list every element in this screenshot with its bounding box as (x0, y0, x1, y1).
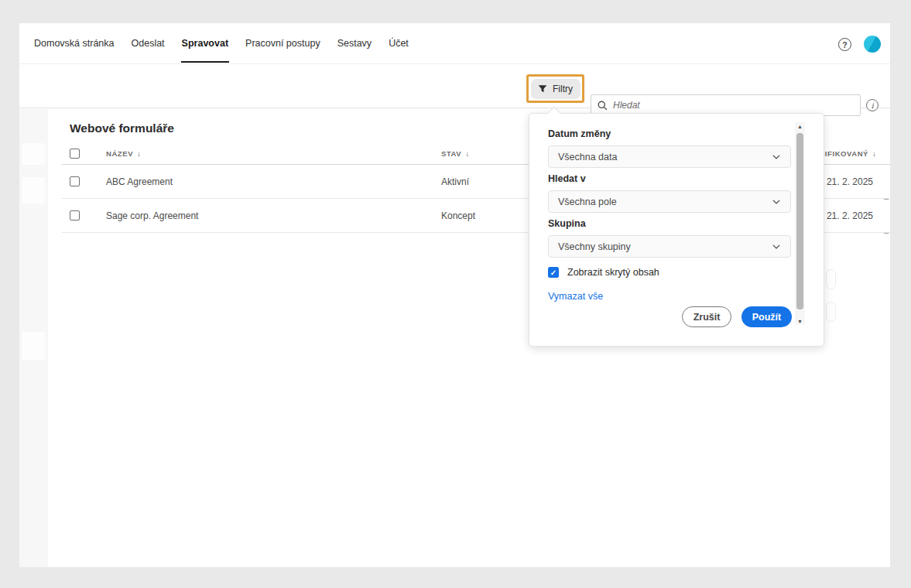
row-modified-date: 21. 2. 2025 (827, 210, 873, 221)
filter-select-date-value: Všechna data (558, 152, 617, 162)
scroll-up-icon[interactable]: ▲ (795, 122, 805, 130)
filter-label-search-in: Hledat v (548, 173, 586, 184)
filters-panel: Datum změny Všechna data Hledat v Všechn… (529, 113, 824, 347)
filter-funnel-icon (538, 84, 547, 94)
search-input[interactable] (613, 100, 854, 111)
row-modified-date: 21. 2. 2025 (827, 176, 873, 187)
column-header-name-label: NÁZEV (106, 149, 133, 158)
app-window: Domovská stránka Odeslat Spravovat Praco… (19, 23, 890, 567)
rail-placeholder (22, 177, 45, 203)
select-all-checkbox[interactable] (70, 149, 80, 159)
column-header-name[interactable]: NÁZEV↓ (106, 149, 141, 158)
filter-select-search-in[interactable]: Všechna pole (548, 190, 791, 213)
apply-button[interactable]: Použít (741, 306, 792, 327)
row-end-dash: – (884, 227, 889, 237)
row-status: Koncept (441, 210, 475, 221)
panel-caret (548, 107, 561, 120)
partially-hidden-element (826, 302, 836, 322)
column-header-status-label: STAV (441, 149, 461, 158)
nav-item-account[interactable]: Účet (380, 23, 417, 63)
nav-item-send[interactable]: Odeslat (123, 23, 173, 63)
row-name[interactable]: Sage corp. Agreement (106, 210, 198, 221)
filter-select-group-value: Všechny skupiny (558, 241, 631, 252)
chevron-down-icon (772, 197, 781, 207)
partially-hidden-element (826, 269, 836, 289)
scroll-down-icon[interactable]: ▼ (795, 317, 805, 325)
filter-label-date: Datum změny (548, 128, 611, 139)
sort-desc-icon: ↓ (465, 149, 469, 158)
clear-all-link[interactable]: Vymazat vše (548, 291, 603, 302)
nav-item-home[interactable]: Domovská stránka (26, 23, 123, 63)
search-icon (598, 101, 608, 111)
panel-scrollbar[interactable]: ▲ ▼ (795, 122, 805, 325)
chevron-down-icon (772, 242, 781, 251)
filter-select-date[interactable]: Všechna data (548, 145, 791, 168)
show-hidden-content-checkbox[interactable]: ✓ (548, 267, 559, 278)
row-status: Aktivní (441, 176, 469, 187)
nav-item-manage[interactable]: Spravovat (173, 23, 237, 63)
row-checkbox[interactable] (70, 210, 80, 220)
row-checkbox[interactable] (70, 176, 80, 186)
scrollbar-thumb[interactable] (796, 133, 803, 309)
info-icon[interactable]: i (866, 99, 878, 111)
help-icon[interactable]: ? (838, 38, 851, 51)
show-hidden-content-row[interactable]: ✓ Zobrazit skrytý obsah (548, 267, 659, 278)
filter-select-search-in-value: Všechna pole (558, 197, 617, 207)
left-rail (19, 109, 48, 567)
nav-item-workflows[interactable]: Pracovní postupy (237, 23, 329, 63)
filter-label-group: Skupina (548, 218, 586, 229)
sort-desc-icon: ↓ (137, 149, 141, 158)
user-avatar[interactable] (864, 36, 881, 53)
top-nav: Domovská stránka Odeslat Spravovat Praco… (19, 23, 890, 64)
nav-item-reports[interactable]: Sestavy (329, 23, 380, 63)
filters-button-label: Filtry (553, 84, 573, 94)
filter-select-group[interactable]: Všechny skupiny (548, 235, 791, 258)
cancel-button[interactable]: Zrušit (682, 306, 731, 327)
rail-placeholder (22, 143, 45, 165)
rail-placeholder (22, 332, 45, 360)
page-title: Webové formuláře (70, 121, 174, 135)
filters-button[interactable]: Filtry (531, 79, 581, 99)
column-header-status[interactable]: STAV↓ (441, 149, 469, 158)
sort-desc-icon: ↓ (872, 149, 876, 158)
show-hidden-content-label: Zobrazit skrytý obsah (567, 267, 659, 278)
filter-button-highlight: Filtry (526, 74, 584, 103)
chevron-down-icon (772, 152, 781, 162)
toolbar: Filtry i (19, 64, 890, 108)
row-name[interactable]: ABC Agreement (106, 176, 173, 187)
